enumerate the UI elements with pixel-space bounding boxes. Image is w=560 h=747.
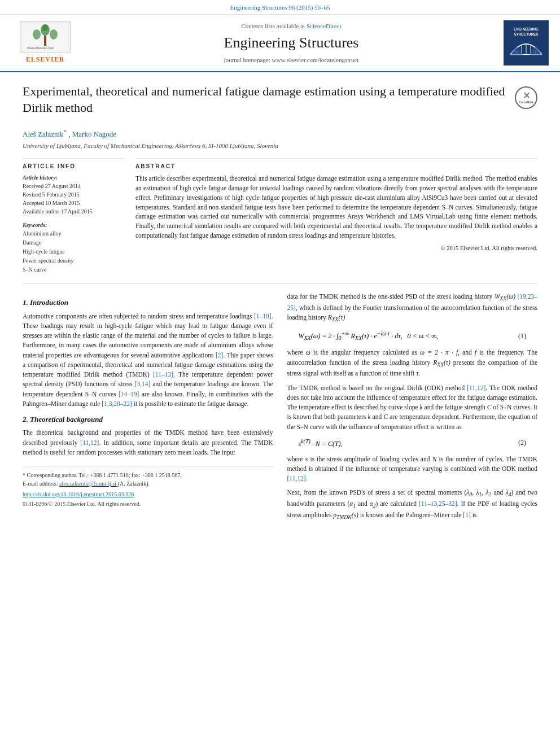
svg-text:STRUCTURES: STRUCTURES bbox=[514, 33, 539, 37]
keywords-label: Keywords: bbox=[23, 221, 124, 229]
footnote-corresponding: * Corresponding author. Tel.: +386 1 477… bbox=[23, 471, 273, 479]
equation-1-number: (1) bbox=[518, 331, 526, 341]
ref-3-14[interactable]: [3,14] bbox=[135, 381, 151, 387]
right-para-1: data for the TMDK method is the one-side… bbox=[287, 292, 538, 324]
footnote-email: E-mail address: ales.zalaznik@fs.uni-lj.… bbox=[23, 479, 273, 488]
keyword-2: Damage bbox=[23, 238, 124, 247]
ref-11-13[interactable]: [11–13] bbox=[153, 371, 173, 378]
body-content: 1. Introduction Automotive components ar… bbox=[23, 292, 537, 526]
revised-date: Revised 5 February 2015 bbox=[23, 190, 124, 199]
equation-1-block: WXX(ω) = 2 · ∫0+∞ RXX(τ) · e−iω·τ · dτ, … bbox=[299, 330, 527, 342]
copyright-line: © 2015 Elsevier Ltd. All rights reserved… bbox=[135, 244, 537, 253]
abstract-heading: ABSTRACT bbox=[135, 163, 537, 171]
section-2-heading: 2. Theoretical background bbox=[23, 414, 273, 425]
doi-link[interactable]: http://dx.doi.org/10.1016/j.engstruct.20… bbox=[23, 491, 273, 499]
author-1-link[interactable]: Aleš Zalaznik* bbox=[23, 130, 68, 138]
elsevier-brand-text: ELSEVIER bbox=[26, 55, 65, 64]
crossmark-label: CrossMark bbox=[519, 101, 533, 104]
elsevier-logo-area: www.elsevier.com ELSEVIER bbox=[11, 21, 79, 64]
svg-point-5 bbox=[42, 24, 48, 31]
ref-11-12-b[interactable]: [11,12] bbox=[467, 385, 485, 391]
article-info-panel: ARTICLE INFO Article history: Received 2… bbox=[23, 159, 124, 274]
available-date: Available online 17 April 2015 bbox=[23, 207, 124, 216]
svg-text:ENGINEERING: ENGINEERING bbox=[514, 28, 539, 32]
section-1-para-1: Automotive components are often subjecte… bbox=[23, 312, 273, 409]
issn-copyright: 0141-0296/© 2015 Elsevier Ltd. All right… bbox=[23, 500, 273, 508]
crossmark-icon: ✕ bbox=[523, 91, 530, 101]
journal-citation-bar: Engineering Structures 96 (2015) 56–65 bbox=[0, 0, 560, 15]
engineering-structures-logo: ENGINEERING STRUCTURES bbox=[504, 20, 549, 65]
article-meta-section: ARTICLE INFO Article history: Received 2… bbox=[23, 159, 537, 274]
ref-1-3-20-22[interactable]: [1,3,20–22] bbox=[102, 400, 132, 407]
section-divider bbox=[23, 283, 537, 283]
article-info-heading: ARTICLE INFO bbox=[23, 163, 124, 171]
right-para-3: The TMDK method is based on the original… bbox=[287, 383, 538, 432]
keyword-4: Power spectral density bbox=[23, 256, 124, 265]
equation-2-number: (2) bbox=[518, 438, 526, 448]
elsevier-tree-logo: www.elsevier.com bbox=[20, 21, 71, 53]
author-2-link[interactable]: Marko Nagode bbox=[72, 130, 116, 138]
svg-point-3 bbox=[50, 29, 58, 40]
journal-header: www.elsevier.com ELSEVIER Contents lists… bbox=[0, 15, 560, 72]
sciencedirect-link[interactable]: ScienceDirect bbox=[307, 23, 342, 29]
crossmark-badge[interactable]: ✕ CrossMark bbox=[515, 86, 537, 109]
paper-content: Experimental, theoretical and numerical … bbox=[0, 72, 560, 537]
equation-2-block: sk(T) · N = C(T), (2) bbox=[299, 438, 527, 449]
section-2-para-1: The theoretical background and propertie… bbox=[23, 428, 273, 457]
body-right-col: data for the TMDK method is the one-side… bbox=[287, 292, 538, 526]
right-para-4: where s is the stress amplitude of loadi… bbox=[287, 455, 538, 484]
authors-line: Aleš Zalaznik* , Marko Nagode bbox=[23, 128, 537, 140]
equation-1: WXX(ω) = 2 · ∫0+∞ RXX(τ) · e−iω·τ · dτ, … bbox=[299, 330, 519, 342]
affiliation: University of Ljubljana, Faculty of Mech… bbox=[23, 142, 537, 150]
paper-title: Experimental, theoretical and numerical … bbox=[23, 84, 506, 116]
keywords-section: Keywords: Aluminium alloy Damage High-cy… bbox=[23, 221, 124, 274]
ref-11-12-s2[interactable]: [11,12] bbox=[80, 439, 99, 446]
ref-14-19[interactable]: [14–19] bbox=[119, 391, 139, 397]
body-left-col: 1. Introduction Automotive components ar… bbox=[23, 292, 273, 526]
right-para-5: Next, from the known PSD's of stress a s… bbox=[287, 488, 538, 521]
journal-citation: Engineering Structures 96 (2015) 56–65 bbox=[230, 4, 330, 11]
footnote-area: * Corresponding author. Tel.: +386 1 477… bbox=[23, 466, 273, 508]
abstract-panel: ABSTRACT This article describes experime… bbox=[135, 159, 537, 274]
ref-11-12-c[interactable]: [11,12] bbox=[287, 475, 306, 482]
journal-homepage: journal homepage: www.elsevier.com/locat… bbox=[79, 56, 504, 64]
section-1-heading: 1. Introduction bbox=[23, 298, 273, 308]
abstract-text: This article describes experimental, the… bbox=[135, 174, 537, 240]
ref-11-13-25-32[interactable]: [11–13,25–32] bbox=[419, 500, 457, 507]
keyword-1: Aluminium alloy bbox=[23, 229, 124, 238]
author-email-link[interactable]: ales.zalaznik@fs.uni-lj.si bbox=[59, 480, 118, 487]
journal-title-area: Contents lists available at ScienceDirec… bbox=[79, 22, 504, 64]
keyword-5: S–N curve bbox=[23, 265, 124, 274]
svg-rect-4 bbox=[44, 36, 46, 46]
received-date: Received 27 August 2014 bbox=[23, 182, 124, 190]
ref-2[interactable]: [2] bbox=[216, 352, 223, 359]
accepted-date: Accepted 10 March 2015 bbox=[23, 199, 124, 207]
ref-1-10[interactable]: [1–10] bbox=[254, 313, 272, 320]
ref-1-b[interactable]: [1] bbox=[463, 512, 470, 518]
right-para-2: where ω is the angular frequency calcula… bbox=[287, 348, 538, 378]
journal-name: Engineering Structures bbox=[79, 33, 504, 53]
contents-line: Contents lists available at ScienceDirec… bbox=[79, 22, 504, 30]
equation-2: sk(T) · N = C(T), bbox=[299, 438, 519, 449]
keyword-3: High-cycle fatigue bbox=[23, 247, 124, 256]
history-label: Article history: bbox=[23, 174, 124, 182]
svg-point-2 bbox=[33, 29, 41, 40]
svg-text:www.elsevier.com: www.elsevier.com bbox=[27, 46, 54, 50]
